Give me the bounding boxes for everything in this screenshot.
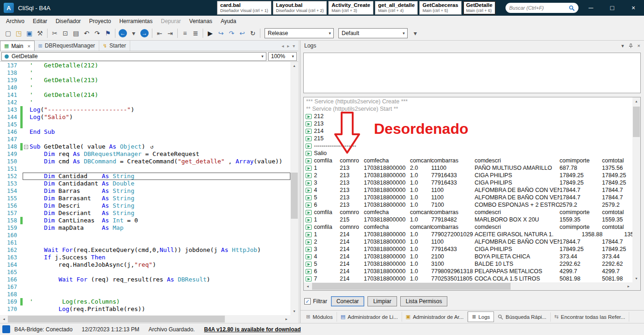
code-line[interactable]: 141' GetDetalle(214) <box>0 91 290 99</box>
compile-icon[interactable]: ⚒ <box>35 28 45 39</box>
code-line[interactable]: 161 <box>0 239 290 246</box>
zoom-selector[interactable]: 100% ▾ <box>268 52 297 61</box>
log-entry[interactable]: comfilacomnrocomfechacomcantcombarrascom… <box>304 223 632 231</box>
next-tab-icon[interactable]: ▸ <box>287 43 289 48</box>
panel-tab-módulos[interactable]: ⊞Módulos <box>302 312 337 322</box>
log-entry[interactable]: 621417038188000001.07798092961318PELAPAP… <box>304 268 632 275</box>
menu-ventanas[interactable]: Ventanas <box>185 16 217 26</box>
log-entry[interactable]: 421317038188000001.01100ALFOMBRA DE BAÑO… <box>304 186 632 194</box>
code-line[interactable]: 142' <box>0 99 290 106</box>
log-entry[interactable]: 421417038188000001.02100BOYA PILETA CHIC… <box>304 253 632 260</box>
step-into-icon[interactable]: ↪ <box>216 28 226 39</box>
scroll-right-icon[interactable]: ► <box>283 315 290 323</box>
log-entry[interactable]: 521317038188000001.01100ALFOMBRA DE BAÑO… <box>304 194 632 201</box>
limpiar-button[interactable]: Limpiar <box>367 296 397 306</box>
menu-editar[interactable]: Editar <box>29 16 51 26</box>
panel-tab-logs[interactable]: ≣Logs <box>468 311 494 322</box>
build-configuration-select[interactable]: Release▾ <box>265 28 334 38</box>
paste-icon[interactable]: ▤ <box>71 28 81 39</box>
chevron-down-icon[interactable]: ▾ <box>400 31 407 36</box>
chevron-down-icon[interactable]: ▾ <box>326 31 333 36</box>
panel-close-icon[interactable]: × <box>638 43 640 48</box>
log-entry[interactable]: 721417038188000001.07702535011805COCA CO… <box>304 275 632 282</box>
code-line[interactable]: 152 Dim Cantidad As String <box>0 173 290 180</box>
logs-vscroll-thumb[interactable] <box>633 107 640 137</box>
step-out-icon[interactable]: ↩ <box>237 28 247 39</box>
code-line[interactable]: 159 Dim mapData As Map <box>0 224 290 232</box>
log-entry[interactable]: 121517038188000001.077918482MARLBORO BOX… <box>304 216 632 223</box>
quick-tab-get_all_detalle[interactable]: get_all_detalleMain (ctrl + 4) <box>375 1 418 15</box>
scroll-right-icon[interactable]: ► <box>625 282 632 290</box>
code-line[interactable]: 143Log("----------------------") <box>0 106 290 114</box>
search-box[interactable]: Buscar (Ctrl+F) <box>506 3 578 13</box>
scroll-left-icon[interactable]: ◄ <box>304 282 312 290</box>
logs-hscroll-thumb[interactable] <box>312 283 511 290</box>
prev-tab-icon[interactable]: ◂ <box>282 43 284 48</box>
toolbar-overflow-icon[interactable]: ▾ <box>410 28 421 39</box>
save-icon[interactable]: ▣ <box>24 28 35 39</box>
code-editor[interactable]: 137' GetDetalle(212)138'139' GetDetalle(… <box>0 62 290 315</box>
redo-icon[interactable]: ↷ <box>92 28 102 39</box>
logs-vertical-scrollbar[interactable]: ▲ ▼ <box>632 97 640 282</box>
code-line[interactable]: 139' GetDetalle(213) <box>0 77 290 84</box>
code-line[interactable]: 169' Log(res.Columns) <box>0 298 290 305</box>
code-line[interactable]: 160 <box>0 232 290 239</box>
panel-tab-administrador-de-ar-[interactable]: ▣Administrador de Ar... <box>402 312 468 322</box>
code-line[interactable]: 164 req.HandleJobAsync(j,"req") <box>0 261 290 269</box>
menu-diseñador[interactable]: Diseñador <box>51 16 85 26</box>
navigate-forward-icon[interactable]: → <box>140 29 149 37</box>
code-line[interactable]: 140' <box>0 84 290 91</box>
uncomment-icon[interactable]: ≣ <box>190 28 201 39</box>
quick-tab-GetDetalle[interactable]: GetDetalleMain (ctrl + 6) <box>463 1 496 15</box>
copy-icon[interactable]: ⊡ <box>60 28 71 39</box>
log-entry[interactable]: 121417038188000001.07790272001029ACEITE … <box>304 231 632 238</box>
code-line[interactable]: 162 Wait For(req.ExecuteQuery(cmd,0,Null… <box>0 246 290 254</box>
code-line[interactable]: 147 <box>0 136 290 143</box>
restart-icon[interactable]: ↻ <box>247 28 258 39</box>
scroll-up-icon[interactable]: ▲ <box>632 97 640 105</box>
update-link[interactable]: B4A v12.80 is available for download <box>204 326 301 333</box>
code-line[interactable]: 154 Dim Barras As String <box>0 187 290 195</box>
scroll-up-icon[interactable]: ▲ <box>290 62 298 70</box>
close-icon[interactable]: × <box>27 43 30 49</box>
quick-tab-GetCabeceras[interactable]: GetCabecerasMain (ctrl + 5) <box>419 1 461 15</box>
code-line[interactable]: 145 <box>0 121 290 128</box>
comment-icon[interactable]: ≡ <box>180 28 190 39</box>
code-line[interactable]: 158 Dim CantLineas As Int = 0 <box>0 217 290 224</box>
editor-tab-Starter[interactable]: ↯Starter <box>99 41 130 51</box>
outdent-icon[interactable]: ⇤ <box>154 28 165 39</box>
editor-hscroll-thumb[interactable] <box>8 316 225 323</box>
panel-menu-icon[interactable]: ▾ <box>621 43 624 49</box>
log-entry[interactable]: 321317038188000001.077916433CIGA PHILIPS… <box>304 179 632 186</box>
menu-archivo[interactable]: Archivo <box>2 16 29 26</box>
log-entry[interactable]: 321417038188000001.077916433CIGA PHILIPS… <box>304 245 632 253</box>
quick-tab-card.bal[interactable]: card.balDiseñador Visual (ctrl + 1) <box>217 1 271 15</box>
editor-vertical-scrollbar[interactable]: ▲ ▼ <box>290 62 298 315</box>
code-line[interactable]: 165 <box>0 269 290 276</box>
code-line[interactable]: 153 Dim Cantidadant As Double <box>0 180 290 187</box>
step-over-icon[interactable]: ↷ <box>226 28 237 39</box>
quick-tab-Layout.bal[interactable]: Layout.balDiseñador Visual (ctrl + 2) <box>273 1 327 15</box>
menu-proyecto[interactable]: Proyecto <box>85 16 115 26</box>
undo-icon[interactable]: ↶ <box>81 28 92 39</box>
back-history-dropdown-icon[interactable]: ▾ <box>128 28 139 39</box>
panel-tab-encontrar-todas-las-refer-[interactable]: ⇆Encontrar todas las Refer... <box>551 312 630 322</box>
editor-tab-DBRequestManager[interactable]: ⊞DBRequestManager <box>35 41 99 51</box>
panel-tab-administrador-de-li-[interactable]: ▤Administrador de Li... <box>337 312 402 322</box>
fold-collapse-icon[interactable]: − <box>24 145 28 149</box>
code-line[interactable]: 155 Dim Barrasant As String <box>0 195 290 202</box>
code-line[interactable]: 148−Sub GetDetalle( value As Object) ↺ <box>0 143 290 150</box>
lista-permisos-button[interactable]: Lista Permisos <box>400 296 448 306</box>
minimize-button[interactable]: ─ <box>580 0 602 16</box>
code-line[interactable]: 167 <box>0 283 290 291</box>
editor-tab-Main[interactable]: ▦Main× <box>0 41 35 51</box>
close-button[interactable]: × <box>623 0 644 16</box>
log-entry[interactable]: comfilacomnrocomfechacomcantcombarrascom… <box>304 157 632 164</box>
code-line[interactable]: 157 Dim Descriant As String <box>0 209 290 217</box>
cut-icon[interactable]: ✂ <box>49 28 60 39</box>
log-entry[interactable]: comfilacomnrocomfechacomcantcombarrascom… <box>304 209 632 216</box>
log-entry[interactable]: 621317038188000001.07100COMBO ESPONJAS +… <box>304 201 632 209</box>
panel-tab-búsqueda-rápi-[interactable]: Búsqueda Rápi... <box>494 312 550 322</box>
code-line[interactable]: 163 If j.Success Then <box>0 254 290 261</box>
menu-ayuda[interactable]: Ayuda <box>217 16 241 26</box>
